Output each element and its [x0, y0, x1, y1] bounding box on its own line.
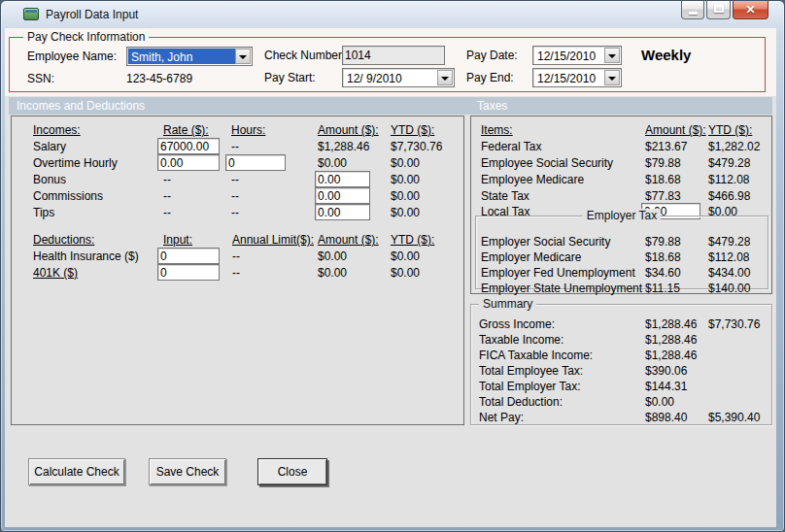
summary-amount: $390.06 [645, 364, 687, 378]
overtime-hours-input[interactable] [225, 154, 286, 171]
income-row-commissions: Commissions -- -- $0.00 [12, 189, 463, 205]
deduction-limit: -- [232, 249, 240, 263]
incomes-col-item: Incomes: [33, 123, 81, 137]
tax-row-federal: Federal Tax $213.67 $1,282.02 [471, 140, 771, 155]
tax-label: Employee Social Security [481, 156, 613, 170]
summary-amount: $898.40 [645, 411, 687, 424]
save-check-button[interactable]: Save Check [149, 458, 226, 485]
overtime-rate-input[interactable] [157, 154, 220, 171]
deduction-label: Health Insurance ($) [33, 249, 139, 263]
tax-ytd: $112.08 [708, 250, 750, 264]
taxes-col-ytd: YTD ($): [708, 123, 752, 137]
tax-label: Federal Tax [481, 140, 541, 153]
income-ytd: $0.00 [391, 189, 420, 203]
pay-date-label: Pay Date: [466, 49, 518, 62]
commissions-amount-input[interactable] [315, 187, 370, 204]
summary-label: Net Pay: [479, 411, 524, 424]
tax-row-employer-medicare: Employer Medicare $18.68 $112.08 [471, 250, 771, 266]
incomes-col-ytd: YTD ($): [391, 123, 434, 137]
taxes-section-header: Taxes [477, 99, 507, 113]
income-label: Bonus [33, 173, 66, 186]
deductions-col-input: Input: [163, 233, 192, 247]
income-hours: -- [231, 173, 239, 186]
bonus-amount-input[interactable] [315, 171, 370, 187]
pay-end-dropdown-button[interactable] [604, 70, 620, 85]
chevron-down-icon [441, 77, 449, 81]
title-bar[interactable]: Payroll Data Input ✕ [1, 1, 784, 28]
401k-link[interactable]: 401K ($) [33, 266, 78, 280]
chevron-down-icon [239, 55, 247, 59]
pay-date-dropdown-button[interactable] [604, 48, 620, 63]
health-insurance-input[interactable] [157, 248, 220, 264]
taxes-header-row: Items: Amount ($): YTD ($): [471, 123, 771, 139]
tax-row-employer-state-unemp: Employer State Unemployment $11.15 $140.… [471, 282, 771, 297]
pay-start-dropdown-button[interactable] [437, 70, 453, 85]
minimize-icon [689, 12, 698, 15]
401k-input[interactable] [157, 264, 220, 281]
check-number-label: Check Number: [264, 49, 345, 62]
chevron-down-icon [608, 77, 616, 81]
taxes-col-amount: Amount ($): [645, 123, 706, 137]
deductions-col-item: Deductions: [33, 233, 94, 247]
salary-rate-input[interactable] [157, 138, 220, 154]
payroll-window: Payroll Data Input ✕ Pay Check Informati… [0, 0, 785, 532]
paycheck-info-group: Pay Check Information Employee Name: Smi… [9, 37, 766, 92]
income-label: Salary [33, 140, 66, 153]
summary-group-title: Summary [479, 297, 536, 311]
close-window-button[interactable]: ✕ [733, 1, 768, 19]
employee-name-combobox[interactable]: Smith, John [126, 47, 253, 66]
income-ytd: $0.00 [391, 206, 420, 219]
income-row-overtime: Overtime Hourly $0.00 $0.00 [12, 156, 463, 172]
tax-amount: $79.88 [645, 235, 681, 249]
employee-name-dropdown-button[interactable] [235, 49, 251, 64]
deductions-col-amount: Amount ($): [318, 233, 379, 247]
close-button[interactable]: Close [257, 458, 327, 485]
app-icon [23, 8, 39, 20]
summary-label: Total Employer Tax: [479, 380, 581, 393]
tax-row-state: State Tax $77.83 $466.98 [471, 189, 771, 205]
tax-label: Employer Medicare [481, 250, 581, 264]
tax-amount: $213.67 [645, 140, 687, 153]
deduction-limit: -- [232, 266, 240, 280]
summary-label: FICA Taxable Income: [479, 349, 593, 362]
tax-label: Employer Fed Unemployment [481, 266, 635, 280]
income-row-salary: Salary -- $1,288.46 $7,730.76 [12, 140, 463, 155]
section-header-bar: Incomes and Deductions Taxes [9, 97, 772, 115]
pay-end-datepicker[interactable]: 12/15/2010 [532, 68, 622, 87]
summary-row-employee-tax: Total Employee Tax: $390.06 [471, 364, 771, 380]
close-icon: ✕ [734, 3, 768, 17]
pay-date-datepicker[interactable]: 12/15/2010 [532, 46, 622, 65]
tips-amount-input[interactable] [315, 204, 370, 220]
deductions-col-ytd: YTD ($): [391, 233, 434, 247]
deduction-amount: $0.00 [318, 249, 347, 263]
employee-name-label: Employee Name: [27, 50, 117, 63]
taxes-panel: Items: Amount ($): YTD ($): Federal Tax … [470, 116, 772, 294]
summary-amount: $0.00 [645, 395, 674, 409]
summary-row-taxable: Taxable Income: $1,288.46 [471, 333, 771, 349]
incomes-deductions-panel: Incomes: Rate ($): Hours: Amount ($): YT… [11, 116, 464, 425]
minimize-button[interactable] [681, 1, 704, 19]
tax-row-emp-ss: Employee Social Security $79.88 $479.28 [471, 156, 771, 172]
calculate-check-button[interactable]: Calculate Check [28, 458, 125, 485]
employee-name-value: Smith, John [131, 50, 192, 64]
income-hours: -- [231, 206, 239, 219]
ssn-value: 123-45-6789 [126, 72, 192, 85]
income-rate: -- [163, 173, 171, 186]
deduction-row-health: Health Insurance ($) -- $0.00 $0.00 [12, 249, 463, 265]
employee-name-selection: Smith, John [128, 49, 235, 64]
summary-row-deduction: Total Deduction: $0.00 [471, 395, 771, 411]
pay-start-datepicker[interactable]: 12/ 9/2010 [342, 68, 455, 87]
income-amount: $0.00 [318, 156, 347, 170]
income-ytd: $0.00 [391, 156, 420, 170]
tax-ytd: $479.28 [708, 156, 750, 170]
maximize-button[interactable] [706, 1, 731, 19]
tax-row-emp-medicare: Employee Medicare $18.68 $112.08 [471, 173, 771, 188]
tax-ytd: $466.98 [708, 189, 750, 203]
summary-amount: $1,288.46 [645, 349, 697, 362]
pay-date-value: 12/15/2010 [537, 50, 596, 63]
tax-label: State Tax [481, 189, 529, 203]
check-number-input[interactable] [342, 46, 445, 65]
deduction-ytd: $0.00 [391, 266, 420, 280]
tax-label: Employee Medicare [481, 173, 584, 186]
tax-label: Employer Social Security [481, 235, 610, 249]
